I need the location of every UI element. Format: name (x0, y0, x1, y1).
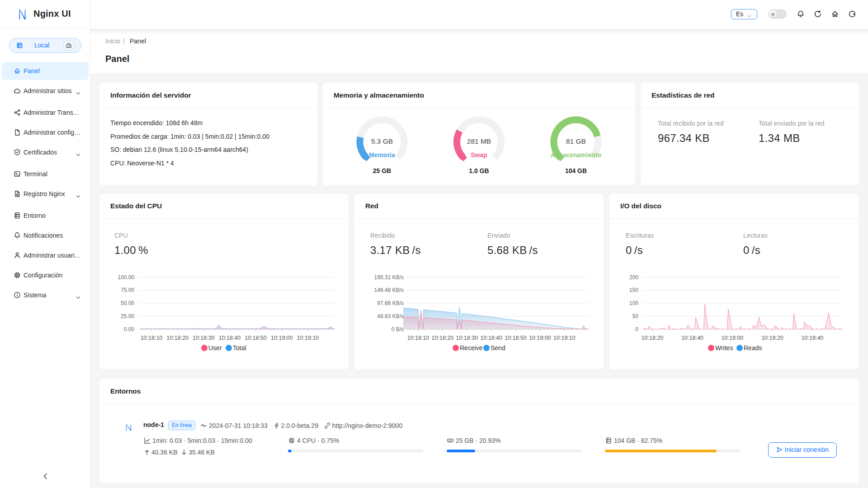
svg-text:Total: Total (233, 344, 246, 352)
svg-text:Reads: Reads (744, 344, 762, 352)
svg-text:10:19:00: 10:19:00 (271, 335, 293, 341)
svg-text:10:18:50: 10:18:50 (245, 335, 267, 341)
svg-text:10:19:00: 10:19:00 (722, 335, 744, 341)
svg-text:10:18:50: 10:18:50 (505, 335, 527, 341)
svg-text:Memoria: Memoria (369, 151, 395, 159)
svg-text:0.00: 0.00 (124, 326, 135, 333)
svg-text:81 GB: 81 GB (566, 137, 586, 145)
svg-text:Receive: Receive (460, 344, 483, 352)
svg-text:10:19:00: 10:19:00 (529, 335, 551, 341)
svg-text:281 MB: 281 MB (467, 137, 491, 145)
svg-text:10:18:40: 10:18:40 (681, 335, 703, 341)
svg-text:Swap: Swap (471, 151, 487, 159)
svg-text:10:19:20: 10:19:20 (761, 335, 783, 341)
svg-text:Send: Send (491, 344, 505, 352)
svg-text:10:19:10: 10:19:10 (297, 335, 319, 341)
svg-text:75.00: 75.00 (121, 287, 134, 293)
svg-text:0: 0 (635, 326, 638, 333)
svg-text:97.66 KB/s: 97.66 KB/s (377, 300, 404, 306)
svg-text:10:18:20: 10:18:20 (166, 335, 189, 341)
svg-text:10:19:40: 10:19:40 (802, 335, 824, 341)
svg-text:150: 150 (629, 287, 638, 293)
svg-text:Almacenamiento: Almacenamiento (551, 151, 601, 159)
svg-text:48.83 KB/s: 48.83 KB/s (377, 313, 404, 319)
svg-text:10:18:40: 10:18:40 (219, 335, 241, 341)
svg-text:10:18:40: 10:18:40 (480, 335, 502, 341)
svg-text:5.3 GB: 5.3 GB (371, 137, 393, 145)
svg-text:50.00: 50.00 (121, 300, 134, 306)
svg-text:100: 100 (629, 300, 638, 306)
svg-text:200: 200 (629, 274, 638, 281)
svg-text:100.00: 100.00 (118, 274, 134, 281)
svg-text:10:18:10: 10:18:10 (407, 335, 429, 341)
svg-text:10:18:20: 10:18:20 (432, 335, 454, 341)
svg-text:10:18:30: 10:18:30 (193, 335, 215, 341)
svg-text:104 GB: 104 GB (565, 167, 587, 174)
svg-text:User: User (208, 344, 222, 352)
svg-text:Writes: Writes (715, 344, 733, 352)
svg-text:10:18:10: 10:18:10 (141, 335, 163, 341)
svg-text:10:18:20: 10:18:20 (642, 335, 664, 341)
svg-text:195.31 KB/s: 195.31 KB/s (374, 274, 404, 281)
svg-text:10:18:30: 10:18:30 (456, 335, 478, 341)
svg-text:146.48 KB/s: 146.48 KB/s (374, 287, 404, 293)
svg-text:50: 50 (632, 313, 639, 319)
svg-text:25 GB: 25 GB (373, 167, 391, 174)
svg-text:1.0 GB: 1.0 GB (469, 167, 489, 174)
svg-text:10:19:10: 10:19:10 (553, 335, 576, 341)
svg-text:25.00: 25.00 (121, 313, 134, 319)
svg-text:0 B/s: 0 B/s (392, 326, 404, 333)
